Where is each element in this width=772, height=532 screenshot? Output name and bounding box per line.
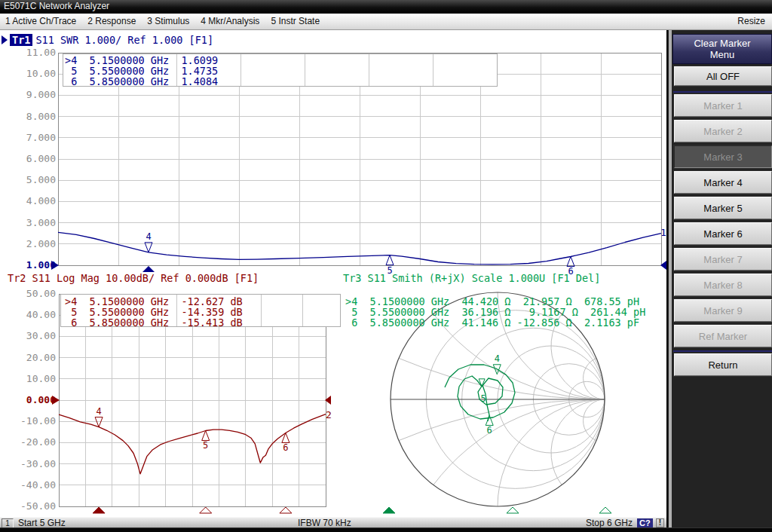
tr3-marker[interactable] [479, 379, 485, 387]
tr2-marker[interactable] [202, 430, 210, 440]
softkey-marker-3[interactable]: Marker 3 [674, 145, 772, 168]
tr3-trace [445, 365, 515, 421]
resize-button[interactable]: Resize [737, 14, 765, 29]
marker-number-label: 4 [96, 406, 101, 417]
marker-stimulus-triangle[interactable] [599, 507, 611, 513]
menu-item[interactable]: 1 Active Ch/Trace [5, 14, 76, 29]
y-tick-label: 7.000 [15, 132, 56, 143]
stop-frequency: Stop 6 GHz [586, 518, 633, 528]
tr1-marker[interactable] [145, 243, 152, 252]
tr3-marker[interactable] [486, 415, 493, 425]
tr3-marker-readout: >4 5.1500000 GHz 44.420 Ω 21.957 Ω 678.5… [345, 296, 645, 328]
bottom-strip [0, 527, 772, 532]
marker-number-label: 5 [203, 440, 208, 451]
analyzer-screen: E5071C Network Analyzer 1 Active Ch/Trac… [0, 0, 772, 532]
menu-bar: 1 Active Ch/Trace2 Response3 Stimulus4 M… [0, 14, 772, 30]
y-tick-label: 11.00 [15, 47, 56, 58]
tr2-header: Tr2 S11 Log Mag 10.00dB/ Ref 0.000dB [F1… [8, 272, 259, 284]
softkey-marker-1[interactable]: Marker 1 [674, 94, 772, 117]
softkey-menu-title: Clear Marker Menu [672, 34, 772, 64]
y-tick-label: 4.000 [15, 195, 56, 206]
table-column-separator [240, 54, 241, 86]
marker-number-label: 6 [487, 425, 492, 436]
marker-readout-row: 5 5.5500000 GHz 1.4735 [65, 66, 218, 76]
softkey-panel: Clear Marker Menu All OFFMarker 1Marker … [666, 30, 772, 527]
table-column-separator [302, 295, 303, 326]
y-tick-label: 0.000 [15, 394, 56, 405]
softkey-title-line2: Menu [673, 49, 771, 60]
marker-stimulus-triangle[interactable] [507, 507, 519, 513]
softkey-rail [669, 30, 672, 527]
marker-number-label: 4 [146, 231, 151, 242]
y-tick-label: 10.00 [15, 68, 56, 79]
marker-stimulus-triangle[interactable] [93, 507, 105, 513]
y-tick-label: 8.000 [15, 111, 56, 122]
softkey-marker-9[interactable]: Marker 9 [674, 299, 772, 322]
menu-item[interactable]: 5 Instr State [271, 14, 320, 29]
table-column-separator [369, 54, 369, 86]
table-column-separator [433, 54, 433, 86]
smith-reactance-arc [551, 399, 605, 485]
y-tick-label: 50.00 [15, 288, 56, 299]
menu-items: 1 Active Ch/Trace2 Response3 Stimulus4 M… [0, 16, 320, 26]
marker-readout-row: 5 5.5500000 GHz -14.359 dB [65, 307, 243, 317]
marker-readout-row: 6 5.8500000 GHz 41.146 Ω -12.856 Ω 2.116… [345, 317, 645, 328]
tr1-marker-readout: >4 5.1500000 GHz 1.6099 5 5.5500000 GHz … [65, 55, 218, 87]
marker-readout-row: 5 5.5500000 GHz 36.196 Ω 9.1167 Ω 261.44… [345, 307, 645, 317]
marker-number-label: 5 [481, 393, 486, 404]
menu-item[interactable]: 3 Stimulus [147, 14, 189, 29]
status-bar: 1 Start 5 GHz IFBW 70 kHz Stop 6 GHz C? … [0, 517, 666, 527]
y-tick-label: -30.00 [15, 458, 56, 469]
softkey-ref-marker[interactable]: Ref Marker [674, 325, 772, 347]
y-tick-label: 30.00 [15, 330, 56, 341]
tr1-marker[interactable] [567, 256, 574, 266]
marker-stimulus-triangle[interactable] [280, 507, 292, 513]
softkey-separator [673, 350, 772, 352]
softkey-marker-5[interactable]: Marker 5 [674, 197, 772, 219]
tr1-marker[interactable] [386, 255, 394, 265]
active-trace-arrow-icon [2, 35, 8, 44]
tr1-badge[interactable]: Tr1 [10, 34, 32, 46]
softkey-marker-7[interactable]: Marker 7 [674, 248, 772, 271]
y-tick-label: 40.00 [15, 309, 56, 320]
softkey-title-line1: Clear Marker [673, 38, 771, 49]
window-title-bar: E5071C Network Analyzer [0, 0, 772, 14]
softkey-marker-4[interactable]: Marker 4 [674, 171, 772, 194]
y-tick-label: 9.000 [15, 89, 56, 100]
softkey-all-off[interactable]: All OFF [674, 66, 772, 86]
start-frequency: Start 5 GHz [18, 518, 66, 528]
menu-item[interactable]: 4 Mkr/Analysis [201, 14, 259, 29]
tr1-trace-number: 1 [660, 227, 666, 238]
marker-stimulus-triangle[interactable] [200, 507, 212, 513]
marker-stimulus-triangle[interactable] [142, 266, 155, 272]
y-tick-label: -50.00 [15, 500, 56, 512]
channel-window: 456456456 Tr1S11 SWR 1.000/ Ref 1.000 [F… [0, 30, 666, 517]
marker-number-label: 4 [495, 353, 500, 364]
softkey-marker-8[interactable]: Marker 8 [674, 274, 772, 296]
softkey-separator [673, 91, 772, 93]
y-tick-label: -20.00 [15, 436, 56, 448]
y-tick-label: 3.000 [15, 217, 56, 228]
marker-readout-row: >4 5.1500000 GHz 1.6099 [65, 55, 218, 66]
y-tick-label: 2.000 [15, 238, 56, 249]
tr3-marker[interactable] [493, 365, 501, 375]
marker-readout-row: 6 5.8500000 GHz 1.4084 [65, 76, 218, 87]
tr2-marker[interactable] [95, 417, 103, 427]
marker-readout-row: 6 5.8500000 GHz -15.413 dB [65, 317, 243, 328]
y-tick-label: 20.00 [15, 352, 56, 363]
y-tick-label: 6.000 [15, 153, 56, 164]
cal-status-badge: C? [637, 518, 653, 527]
window-title: E5071C Network Analyzer [4, 1, 109, 11]
y-tick-label: -40.00 [15, 479, 56, 491]
tr2-marker-readout: >4 5.1500000 GHz -12.627 dB 5 5.5500000 … [65, 296, 243, 328]
softkey-marker-6[interactable]: Marker 6 [674, 222, 772, 245]
softkey-marker-2[interactable]: Marker 2 [674, 120, 772, 142]
marker-stimulus-triangle[interactable] [383, 507, 395, 513]
ifbw-value: IFBW 70 kHz [298, 518, 351, 528]
tr3-header: Tr3 S11 Smith (R+jX) Scale 1.000U [F1 De… [343, 272, 600, 284]
marker-readout-row: >4 5.1500000 GHz 44.420 Ω 21.957 Ω 678.5… [345, 296, 645, 307]
softkey-return[interactable]: Return [674, 353, 772, 376]
marker-readout-row: >4 5.1500000 GHz -12.627 dB [65, 296, 243, 307]
menu-item[interactable]: 2 Response [87, 14, 136, 29]
tr1-header-row: Tr1S11 SWR 1.000/ Ref 1.000 [F1] [2, 34, 213, 45]
